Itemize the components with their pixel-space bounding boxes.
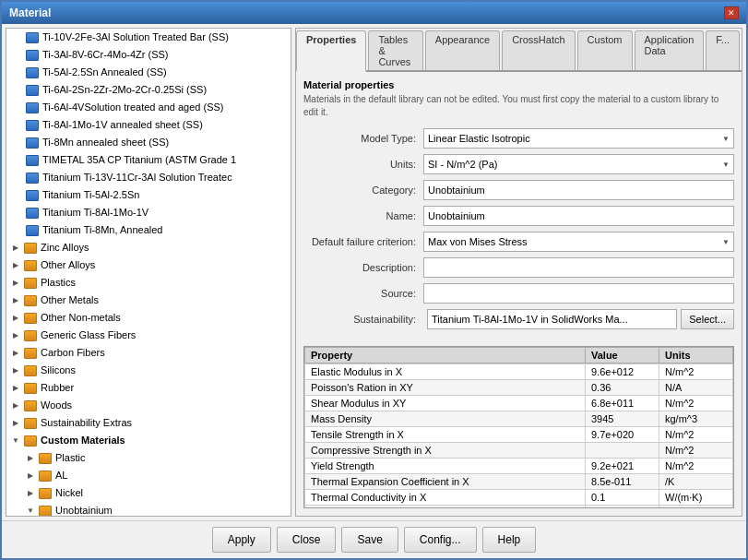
list-item[interactable]: Ti-5Al-2.5Sn Annealed (SS) <box>6 64 291 81</box>
tree-item-label: Ti-6Al-2Sn-2Zr-2Mo-2Cr-0.25Si (SS) <box>42 82 207 98</box>
list-item[interactable]: ▶ Silicons <box>6 362 291 379</box>
default-failure-select[interactable]: Max von Mises Stress ▼ <box>423 232 734 252</box>
tree-item-label: Other Non-metals <box>41 310 121 326</box>
list-item[interactable]: ▶ Nickel <box>6 484 291 502</box>
cell-property: Poisson's Ration in XY <box>305 380 586 396</box>
title-bar: Material ✕ <box>2 2 746 24</box>
expand-icon: ▶ <box>10 278 21 289</box>
window-title: Material <box>9 6 51 19</box>
material-icon <box>25 224 40 237</box>
material-window: Material ✕ Ti-10V-2Fe-3Al Solution Treat… <box>0 0 748 560</box>
material-icon <box>25 189 40 202</box>
table-row[interactable]: Thermal Conductivity in X0.1W/(m·K) <box>305 490 733 506</box>
table-row[interactable]: Elastic Modulus in X9.6e+012N/m^2 <box>305 364 733 380</box>
list-item[interactable]: Titanium Ti-8Al-1Mo-1V <box>6 204 291 221</box>
table-row[interactable]: Yield Strength9.2e+021N/m^2 <box>305 459 733 474</box>
material-tree-panel: Ti-10V-2Fe-3Al Solution Treated Bar (SS)… <box>6 28 291 517</box>
list-item[interactable]: Titanium Ti-5Al-2.5Sn <box>6 186 291 204</box>
tree-item-label: Silicons <box>41 363 76 378</box>
description-row: Description: <box>303 257 734 278</box>
table-row[interactable]: Specific Heat50000J/(kg·K) <box>305 506 733 508</box>
close-window-button[interactable]: ✕ <box>724 6 739 19</box>
tab-f[interactable]: F... <box>706 30 740 70</box>
expand-icon: ▶ <box>10 243 21 254</box>
list-item[interactable]: ▶ Other Metals <box>6 292 291 309</box>
list-item[interactable]: Ti-6Al-4VSolution treated and aged (SS) <box>6 99 291 116</box>
list-item[interactable]: ▶ Plastic <box>6 449 291 467</box>
db-icon <box>23 312 38 325</box>
select-button[interactable]: Select... <box>681 309 734 329</box>
config-button[interactable]: Config... <box>404 527 477 553</box>
source-field[interactable] <box>423 283 734 304</box>
cell-property: Thermal Expansion Coefficient in X <box>305 474 586 490</box>
list-item[interactable]: ▶ Carbon Fibers <box>6 344 291 362</box>
default-failure-value: Max von Mises Stress <box>428 236 528 247</box>
list-item[interactable]: ▶ AL <box>6 467 291 484</box>
tab-tables-curves[interactable]: Tables & Curves <box>368 30 422 70</box>
db-icon <box>23 364 38 377</box>
sustainability-row: Sustainability: Titanium Ti-8Al-1Mo-1V i… <box>303 309 734 329</box>
material-icon <box>25 207 40 220</box>
name-field[interactable]: Unobtainium <box>423 206 734 226</box>
table-row[interactable]: Tensile Strength in X9.7e+020N/m^2 <box>305 427 733 443</box>
table-row[interactable]: Poisson's Ration in XY0.36N/A <box>305 380 733 396</box>
default-failure-row: Default failure criterion: Max von Mises… <box>303 232 734 252</box>
horizontal-scrollbar[interactable] <box>6 516 291 517</box>
tab-crosshatch[interactable]: CrossHatch <box>502 30 575 70</box>
description-field[interactable] <box>423 257 734 278</box>
tree-scroll[interactable]: Ti-10V-2Fe-3Al Solution Treated Bar (SS)… <box>6 29 291 516</box>
tab-custom[interactable]: Custom <box>577 30 633 70</box>
list-item[interactable]: Titanium Ti-13V-11Cr-3Al Solution Treate… <box>6 169 291 186</box>
model-type-value: Linear Elastic Isotropic <box>428 133 530 144</box>
list-item[interactable]: ▶ Rubber <box>6 379 291 397</box>
list-item[interactable]: Ti-8Al-1Mo-1V annealed sheet (SS) <box>6 116 291 134</box>
list-item[interactable]: ▶ Other Alloys <box>6 256 291 274</box>
list-item[interactable]: Ti-6Al-2Sn-2Zr-2Mo-2Cr-0.25Si (SS) <box>6 81 291 99</box>
list-item[interactable]: TIMETAL 35A CP Titanium (ASTM Grade 1 <box>6 151 291 169</box>
table-row[interactable]: Mass Density3945kg/m^3 <box>305 411 733 427</box>
tree-item-label: Nickel <box>55 485 83 501</box>
save-button[interactable]: Save <box>341 527 398 553</box>
list-item[interactable]: ▶ Woods <box>6 397 291 414</box>
list-item[interactable]: ▶ Generic Glass Fibers <box>6 327 291 344</box>
table-row[interactable]: Shear Modulus in XY6.8e+011N/m^2 <box>305 396 733 411</box>
cell-value: 9.2e+021 <box>586 459 659 474</box>
list-item[interactable]: ▼ Custom Materials <box>6 432 291 449</box>
close-button[interactable]: Close <box>277 527 337 553</box>
tab-application-data[interactable]: Application Data <box>635 30 705 70</box>
section-header: Material properties <box>303 79 734 90</box>
cell-value: 3945 <box>586 411 659 427</box>
model-type-row: Model Type: Linear Elastic Isotropic ▼ <box>303 128 734 149</box>
material-icon <box>25 154 40 167</box>
expand-icon: ▶ <box>25 488 36 499</box>
db-icon <box>23 417 38 430</box>
help-button[interactable]: Help <box>482 527 537 553</box>
tree-item-label: AL <box>55 468 67 483</box>
units-select[interactable]: SI - N/m^2 (Pa) ▼ <box>423 154 734 174</box>
list-item[interactable]: Ti-10V-2Fe-3Al Solution Treated Bar (SS) <box>6 29 291 46</box>
category-field[interactable]: Unobtainium <box>423 180 734 200</box>
table-row[interactable]: Compressive Strength in XN/m^2 <box>305 443 733 459</box>
material-icon <box>25 31 40 44</box>
list-item[interactable]: ▶ Other Non-metals <box>6 309 291 327</box>
tree-item-label: Unobtainium <box>55 503 113 516</box>
tab-appearance[interactable]: Appearance <box>425 30 500 70</box>
list-item[interactable]: Ti-3Al-8V-6Cr-4Mo-4Zr (SS) <box>6 46 291 64</box>
list-item[interactable]: ▶ Plastics <box>6 274 291 292</box>
tab-properties[interactable]: Properties <box>296 30 366 72</box>
model-type-select[interactable]: Linear Elastic Isotropic ▼ <box>423 128 734 149</box>
list-item[interactable]: ▼ Unobtainium <box>6 502 291 516</box>
cell-value: 8.5e-011 <box>586 474 659 490</box>
table-row[interactable]: Thermal Expansion Coefficient in X8.5e-0… <box>305 474 733 490</box>
list-item[interactable]: ▶ Sustainability Extras <box>6 414 291 432</box>
list-item[interactable]: Ti-8Mn annealed sheet (SS) <box>6 134 291 151</box>
list-item[interactable]: Titanium Ti-8Mn, Annealed <box>6 221 291 239</box>
apply-button[interactable]: Apply <box>212 527 271 553</box>
tree-item-label: Ti-8Al-1Mo-1V annealed sheet (SS) <box>42 117 203 133</box>
col-header-property: Property <box>305 348 586 363</box>
expand-icon: ▶ <box>10 313 21 324</box>
tree-item-label: TIMETAL 35A CP Titanium (ASTM Grade 1 <box>42 152 236 168</box>
list-item[interactable]: ▶ Zinc Alloys <box>6 239 291 256</box>
table-scroll[interactable]: Elastic Modulus in X9.6e+012N/m^2Poisson… <box>304 363 733 507</box>
tree-item-label: Other Metals <box>41 292 99 308</box>
